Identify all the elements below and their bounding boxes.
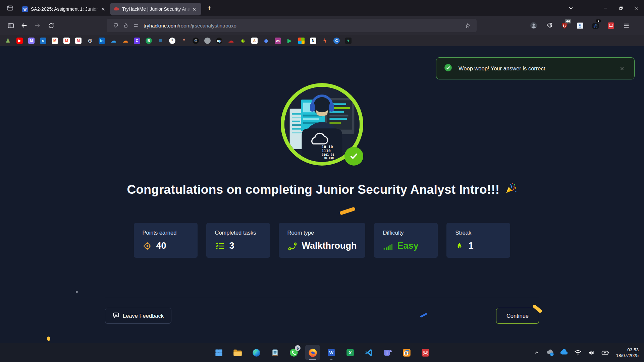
stat-label: Points earned [143, 230, 189, 236]
bookmark-star-icon[interactable] [463, 20, 473, 31]
toast-message: Woop woop! Your answer is correct [459, 65, 617, 72]
bookmark-null-circle-icon[interactable]: Ø [193, 38, 199, 44]
new-tab-button[interactable]: + [204, 3, 215, 13]
tab-assignment[interactable]: W SA2-2025: Assignment 1: Junior [19, 3, 110, 15]
taskbar-vscode-icon[interactable] [362, 345, 376, 360]
taskbar-clock[interactable]: 03:53 18/07/2025 [614, 347, 641, 358]
taskbar-start-icon[interactable] [211, 345, 226, 360]
wifi-icon[interactable] [573, 347, 583, 359]
word-doc-favicon: W [22, 6, 28, 12]
bookmark-tryhackme-cloud-icon[interactable]: ☁ [228, 38, 234, 44]
bookmark-outlook-icon[interactable]: o [40, 38, 46, 44]
bookmark-notion-icon[interactable]: N [310, 38, 316, 44]
confetti-dot [47, 337, 50, 341]
bookmark-gmail-1-icon[interactable]: M [52, 38, 58, 44]
taskbar-whatsapp-icon[interactable]: 5 [286, 345, 301, 360]
toast-close-icon[interactable] [617, 63, 627, 73]
stat-value: 1 [468, 241, 473, 251]
bookmark-microsoft-icon[interactable] [298, 38, 305, 44]
minimize-button[interactable] [598, 0, 613, 16]
bookmark-linkedin-icon[interactable]: in [99, 38, 105, 44]
bookmark-blue-stack-icon[interactable]: ≡ [157, 38, 164, 44]
stat-card-streak: Streak1 [446, 223, 510, 258]
tray-expand-chevron-icon[interactable] [531, 347, 542, 359]
url-path: /room/jrsecanalystintrouxo [178, 23, 236, 28]
svg-text:10 10: 10 10 [322, 145, 333, 149]
tab-close-icon[interactable] [191, 5, 198, 13]
completed-check-badge-icon [344, 147, 363, 166]
at-mail-extension-icon[interactable]: @ [589, 19, 602, 32]
bookmark-chess-icon[interactable]: ♟ [5, 38, 11, 44]
onedrive-blue-icon[interactable] [559, 347, 570, 359]
bookmark-gmail-3-icon[interactable]: M [75, 38, 82, 44]
taskbar-notepad-icon[interactable] [268, 345, 282, 360]
party-popper-icon [504, 182, 517, 198]
bookmark-green-play-icon[interactable]: ▶ [286, 38, 293, 44]
bookmark-chatgpt-icon[interactable]: * [169, 38, 175, 44]
bookmark-onedrive-cloud-icon[interactable]: ☁ [110, 38, 117, 44]
taskbar-teams-icon[interactable]: T [380, 345, 395, 360]
forward-button-icon[interactable] [31, 19, 44, 32]
battery-icon[interactable] [600, 347, 611, 359]
bookmark-purple-c-icon[interactable]: C [134, 38, 140, 44]
svg-text:T: T [385, 351, 388, 355]
taskbar-word-icon[interactable]: W [324, 345, 339, 360]
bookmark-cloudflare-cloud-icon[interactable]: ☁ [122, 38, 128, 44]
shield-icon[interactable] [111, 20, 121, 31]
leave-feedback-button[interactable]: Leave Feedback [105, 308, 171, 324]
browser-tab-bar: W SA2-2025: Assignment 1: Junior TryHack… [0, 0, 644, 16]
bookmark-claude-burst-icon[interactable]: * [181, 38, 187, 44]
puzzle-extensions-icon[interactable] [542, 19, 556, 32]
taskbar-edge-icon[interactable] [249, 345, 264, 360]
clock-time: 03:53 [616, 347, 639, 353]
reload-button-icon[interactable] [44, 19, 58, 32]
stat-value: 40 [156, 241, 166, 251]
bookmark-gmail-2-icon[interactable]: M [63, 38, 70, 44]
stat-label: Completed tasks [215, 230, 261, 236]
bookmark-supabase-bolt-icon[interactable]: ϟ [345, 38, 352, 44]
bookmark-green-b-icon[interactable]: B [146, 38, 152, 44]
ublock-shield-badge: 44 [565, 19, 571, 23]
volume-icon[interactable] [586, 347, 597, 359]
url-domain: tryhackme.com [144, 23, 178, 28]
close-button[interactable] [629, 0, 644, 16]
tab-close-icon[interactable] [99, 5, 107, 13]
confetti-spark [76, 291, 78, 293]
hamburger-menu-icon[interactable] [620, 19, 633, 32]
bookmark-blue-diamond-icon[interactable]: ◆ [263, 38, 269, 44]
ublock-shield-icon[interactable]: 44 [558, 19, 571, 32]
stat-label: Difficulty [383, 230, 429, 236]
svg-text:1110: 1110 [322, 149, 331, 153]
taskbar-vmware-icon[interactable] [399, 345, 414, 360]
bookmark-coursera-c-icon[interactable]: C [333, 38, 340, 44]
bookmark-globe-icon[interactable]: ⊕ [87, 38, 93, 44]
taskbar-excel-icon[interactable]: X [343, 345, 358, 360]
url-bar[interactable]: tryhackme.com/room/jrsecanalystintrouxo [107, 19, 477, 32]
leave-feedback-label: Leave Feedback [123, 313, 164, 319]
bookmark-person-doc-icon[interactable]: ♙ [251, 38, 258, 44]
bookmark-wellfound-w-icon[interactable]: w: [275, 38, 281, 44]
restore-button[interactable] [613, 0, 629, 16]
taskbar-firefox-icon[interactable] [305, 345, 320, 360]
continue-button[interactable]: Continue [496, 308, 539, 324]
s-extension-icon[interactable]: S [573, 19, 587, 32]
tab-tryhackme[interactable]: TryHackMe | Junior Security Ana [110, 3, 201, 15]
lock-icon[interactable] [121, 20, 131, 31]
bookmark-orange-bolt-icon[interactable]: ϟ [322, 38, 328, 44]
onedrive-sync-icon[interactable]: i [545, 347, 556, 359]
url-text[interactable]: tryhackme.com/room/jrsecanalystintrouxo [144, 23, 463, 28]
mendeley-web-icon[interactable] [604, 19, 618, 32]
taskbar-mendeley-icon[interactable] [418, 345, 433, 360]
taskbar-file-explorer-icon[interactable] [230, 345, 245, 360]
sidebar-toggle-icon[interactable] [4, 19, 17, 32]
permissions-icon[interactable] [131, 20, 141, 31]
bookmark-proton-mail-icon[interactable]: M [28, 38, 35, 44]
bookmark-upwork-icon[interactable]: up [216, 38, 222, 44]
back-button-icon[interactable] [17, 19, 31, 32]
list-all-tabs-chevron-icon[interactable] [564, 1, 578, 15]
bookmark-apple-icon[interactable] [204, 38, 211, 44]
bookmark-youtube-icon[interactable]: ▶ [16, 38, 23, 44]
account-silhouette-icon[interactable] [527, 19, 540, 32]
firefox-view-icon[interactable] [4, 2, 16, 14]
bookmark-green-cube-icon[interactable]: ◈ [239, 38, 246, 44]
